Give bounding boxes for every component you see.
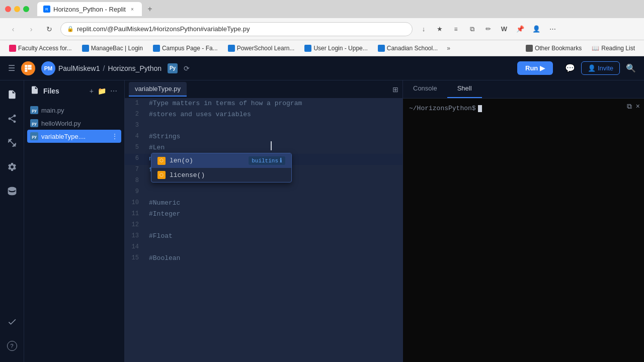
editor-split-button[interactable]: ⊞	[392, 85, 398, 94]
tab-close-button[interactable]: ×	[129, 6, 136, 13]
bookmark-favicon-canadian	[378, 45, 385, 52]
minimize-window-button[interactable]	[14, 6, 20, 12]
refresh-button[interactable]: ↻	[42, 22, 56, 36]
new-tab-button[interactable]: +	[144, 3, 156, 15]
ac-source-len: builtins	[252, 158, 278, 164]
replit-topbar: ☰ PM PaulMiskew1 / Horizons_Python Py ⟳ …	[0, 56, 644, 80]
share-icon	[7, 114, 17, 124]
bookmark-label-campus: Campus Page - Fa...	[162, 45, 218, 52]
settings-icon	[7, 162, 17, 172]
line-content-14	[145, 242, 403, 252]
bookmark-managebac[interactable]: ManageBac | Login	[78, 44, 147, 53]
autocomplete-dropdown: ⬡ len(o) builtins ℹ ⬡ license()	[151, 153, 292, 183]
terminal-close-button[interactable]: ×	[636, 103, 640, 111]
terminal-path: ~/HorizonsPython$	[409, 105, 476, 112]
editor-area: variableType.py ⊞ 1 #Type matters in ter…	[125, 80, 403, 362]
user-name[interactable]: PaulMiskew1	[58, 64, 100, 72]
star-button[interactable]: ★	[433, 22, 447, 36]
file-item-helloworld[interactable]: py helloWorld.py	[24, 117, 124, 130]
pin-button[interactable]: 📌	[513, 22, 527, 36]
address-text: replit.com/@PaulMiskew1/HorizonsPython#v…	[77, 25, 250, 33]
back-button[interactable]: ‹	[6, 22, 20, 36]
forward-button[interactable]: ›	[24, 22, 38, 36]
sidebar-packages-button[interactable]	[4, 135, 20, 151]
browser-tab-active[interactable]: R Horizons_Python - Replit ×	[37, 2, 142, 16]
file-item-main[interactable]: py main.py	[24, 104, 124, 117]
search-button[interactable]: 🔍	[626, 63, 636, 73]
ac-info-button-len[interactable]: ℹ	[280, 157, 282, 164]
topbar-right: 💬 👤 Invite 🔍	[565, 61, 636, 75]
sidebar-share-button[interactable]	[4, 111, 20, 127]
chat-button[interactable]: 💬	[565, 63, 575, 73]
shell-tab[interactable]: Shell	[447, 80, 482, 98]
file-more-button[interactable]: ⋮	[111, 132, 118, 140]
invite-button[interactable]: 👤 Invite	[581, 61, 620, 75]
line-num-6: 6	[125, 154, 145, 162]
sidebar-checkmark-button[interactable]	[4, 314, 20, 330]
reading-list-button[interactable]: 📖 Reading List	[588, 44, 639, 53]
file-icon-helloworld: py	[30, 119, 38, 127]
address-bar[interactable]: 🔒 replit.com/@PaulMiskew1/HorizonsPython…	[60, 22, 413, 36]
more-options-button[interactable]: ⋯	[545, 22, 559, 36]
maximize-window-button[interactable]	[23, 6, 29, 12]
run-button[interactable]: Run ▶	[517, 61, 553, 75]
file-icon-header	[30, 85, 39, 97]
user-avatar[interactable]: PM	[41, 61, 55, 75]
console-tab[interactable]: Console	[403, 80, 447, 98]
line-content-1: #Type matters in terms of how a program	[145, 99, 403, 108]
sidebar-settings-button[interactable]	[4, 159, 20, 175]
reader-button[interactable]: ≡	[449, 22, 463, 36]
replit-logo[interactable]	[21, 61, 35, 75]
bookmark-label-managebac: ManageBac | Login	[91, 45, 143, 52]
bookmark-label-powerschool: PowerSchool Learn...	[237, 45, 295, 52]
autocomplete-item-len[interactable]: ⬡ len(o) builtins ℹ	[151, 153, 291, 168]
code-editor[interactable]: 1 #Type matters in terms of how a progra…	[125, 99, 403, 362]
new-folder-button[interactable]: 📁	[97, 86, 107, 96]
traffic-lights	[5, 6, 29, 12]
file-panel-title: Files	[43, 87, 85, 95]
line-content-12	[145, 220, 403, 230]
user-account-button[interactable]: 👤	[529, 22, 543, 36]
bookmark-campus[interactable]: Campus Page - Fa...	[149, 44, 222, 53]
project-name[interactable]: Horizons_Python	[108, 64, 162, 72]
sidebar-files-button[interactable]	[4, 86, 20, 103]
extensions-button[interactable]: ⧉	[465, 22, 479, 36]
line-num-5: 5	[125, 143, 145, 151]
file-name-variabletype: variableType....	[41, 133, 86, 140]
bookmark-favicon-campus	[153, 45, 160, 52]
new-file-button[interactable]: +	[89, 86, 95, 96]
line-num-2: 2	[125, 110, 145, 118]
more-files-button[interactable]: ⋯	[109, 86, 118, 96]
line-content-9	[145, 187, 403, 197]
download-button[interactable]: ↓	[417, 22, 431, 36]
file-panel-actions: + 📁 ⋯	[89, 86, 118, 96]
code-line-10: 10 #Numeric	[125, 198, 403, 209]
right-panel-tabs: Console Shell	[403, 80, 644, 99]
w-button[interactable]: W	[497, 22, 511, 36]
autocomplete-item-license[interactable]: ⬡ license()	[151, 168, 291, 182]
close-window-button[interactable]	[5, 6, 11, 12]
code-line-12: 12	[125, 220, 403, 231]
terminal-area[interactable]: ⧉ × ~/HorizonsPython$	[403, 99, 644, 362]
file-item-variabletype[interactable]: py variableType.... ⋮	[27, 130, 121, 143]
bookmarks-more-button[interactable]: »	[444, 44, 453, 53]
replit-app: ☰ PM PaulMiskew1 / Horizons_Python Py ⟳ …	[0, 56, 644, 362]
reading-list-icon: 📖	[592, 45, 599, 52]
bookmark-other[interactable]: Other Bookmarks	[522, 44, 586, 53]
bookmark-userlogin[interactable]: User Login - Uppe...	[300, 44, 371, 53]
bookmarks-right: Other Bookmarks 📖 Reading List	[522, 44, 639, 53]
language-icon: Py	[168, 63, 178, 73]
ac-text-license: license()	[170, 171, 285, 179]
editor-tab-variabletype[interactable]: variableType.py	[129, 82, 187, 97]
sidebar-help-button[interactable]: ?	[4, 338, 20, 354]
version-icon[interactable]: ⟳	[184, 64, 190, 72]
bookmark-powerschool[interactable]: PowerSchool Learn...	[224, 44, 299, 53]
bookmark-faculty[interactable]: Faculty Access for...	[5, 44, 76, 53]
terminal-copy-button[interactable]: ⧉	[627, 103, 632, 111]
hamburger-menu-button[interactable]: ☰	[8, 63, 15, 73]
sidebar-database-button[interactable]	[4, 183, 20, 199]
edit-button[interactable]: ✏	[481, 22, 495, 36]
bookmark-canadian[interactable]: Canadian School...	[374, 44, 442, 53]
tab-title: Horizons_Python - Replit	[53, 6, 126, 13]
line-content-4: #Strings	[145, 132, 403, 141]
